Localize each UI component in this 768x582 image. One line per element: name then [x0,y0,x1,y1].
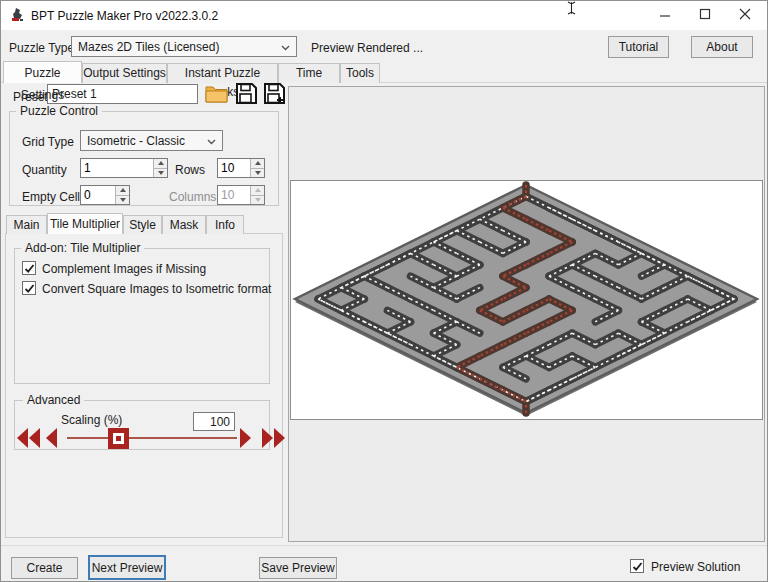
chevron-down-icon [281,40,290,54]
preview-image [290,180,763,420]
tutorial-button[interactable]: Tutorial [608,36,669,58]
scaling-fast-decrease-icon[interactable] [17,428,41,451]
rows-up-icon[interactable] [251,159,264,168]
scaling-increase-icon[interactable] [239,428,252,451]
subtab-style[interactable]: Style [123,215,162,234]
scaling-slider-track[interactable] [67,437,237,439]
empty-cells-up-icon[interactable] [116,186,129,195]
open-preset-folder-icon[interactable] [204,82,229,108]
quantity-value[interactable] [81,159,153,177]
grid-type-select[interactable]: Isometric - Classic [80,130,223,151]
tab-time-saver[interactable]: Time Saver [278,63,340,83]
next-preview-button[interactable]: Next Preview [88,555,166,580]
tab-tools[interactable]: Tools [340,63,380,83]
complement-images-label: Complement Images if Missing [42,262,206,276]
close-button[interactable] [728,1,762,29]
empty-cells-value[interactable] [81,186,115,204]
text-cursor-pointer [565,1,578,18]
save-preview-button[interactable]: Save Preview [259,557,337,579]
about-button[interactable]: About [691,36,753,58]
addon-group-title: Add-on: Tile Multiplier [21,241,144,255]
subtab-tile-multiplier[interactable]: Tile Multiplier [47,213,123,234]
columns-label: Columns [169,190,216,204]
empty-cells-label: Empty Cells [22,190,86,204]
complement-images-checkbox[interactable] [22,261,36,275]
quantity-label: Quantity [22,163,67,177]
tab-instant-puzzle-books[interactable]: Instant Puzzle Books [167,63,278,83]
minimize-button[interactable] [648,1,682,29]
puzzle-type-label: Puzzle Type [9,41,74,55]
app-icon [10,7,26,26]
grid-type-label: Grid Type [22,135,74,149]
empty-cells-stepper[interactable] [80,185,130,205]
columns-value [218,186,250,204]
scaling-decrease-icon[interactable] [45,428,58,451]
addon-group: Add-on: Tile Multiplier Complement Image… [14,248,270,384]
scaling-input[interactable] [193,412,235,431]
rows-down-icon[interactable] [251,168,264,178]
grid-type-value: Isometric - Classic [87,134,185,148]
title-bar: BPT Puzzle Maker Pro v2022.3.0.2 [1,1,767,30]
rows-label: Rows [175,163,205,177]
quantity-up-icon[interactable] [154,159,167,168]
empty-cells-down-icon[interactable] [116,195,129,205]
scaling-label: Scaling (%) [61,413,122,427]
columns-up-icon [251,186,264,195]
subtab-info[interactable]: Info [206,215,244,234]
scaling-slider-handle[interactable] [108,428,129,449]
puzzle-type-value: Mazes 2D Tiles (Licensed) [78,40,219,54]
maximize-button[interactable] [688,1,722,29]
create-button[interactable]: Create [11,557,78,579]
preview-panel [288,86,765,542]
convert-square-label: Convert Square Images to Isometric forma… [42,282,271,296]
chevron-down-icon [207,134,216,148]
columns-stepper [217,185,265,205]
scaling-fast-increase-icon[interactable] [261,428,285,451]
preset-input[interactable] [47,84,198,104]
preview-solution-checkbox[interactable] [630,559,644,573]
subtab-mask[interactable]: Mask [162,215,206,234]
rows-stepper[interactable] [217,158,265,178]
quantity-down-icon[interactable] [154,168,167,178]
subtab-main[interactable]: Main [6,215,47,234]
quantity-stepper[interactable] [80,158,168,178]
isometric-maze-preview [291,181,762,419]
advanced-group-title: Advanced [23,393,84,407]
tab-output-settings[interactable]: Output Settings [82,63,167,83]
preview-solution-label: Preview Solution [651,560,740,574]
save-preset-as-icon[interactable] [262,82,286,108]
puzzle-control-group: Puzzle Control Grid Type Isometric - Cla… [9,111,279,206]
footer-divider [1,545,768,546]
save-preset-icon[interactable] [234,82,258,108]
preview-status-label: Preview Rendered ... [311,41,423,55]
rows-value[interactable] [218,159,250,177]
convert-square-checkbox[interactable] [22,281,36,295]
window-title: BPT Puzzle Maker Pro v2022.3.0.2 [31,9,218,23]
puzzle-type-select[interactable]: Mazes 2D Tiles (Licensed) [71,36,297,57]
tab-puzzle-settings[interactable]: Puzzle Settings [3,61,82,83]
puzzle-control-title: Puzzle Control [16,104,102,118]
columns-down-icon [251,195,264,205]
